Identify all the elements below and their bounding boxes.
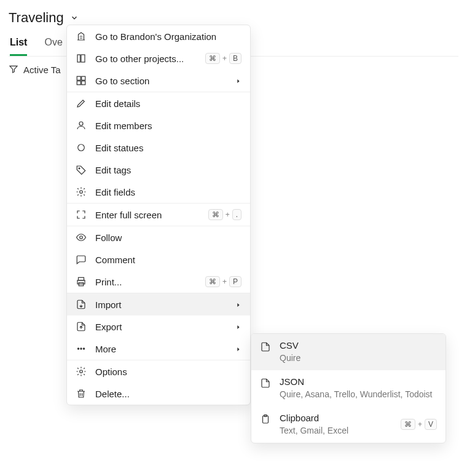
svg-rect-2 <box>77 76 80 80</box>
person-icon <box>76 120 87 131</box>
print-icon <box>76 276 87 287</box>
shortcut: ⌘ + V <box>401 419 437 430</box>
menu-label: Enter full screen <box>95 210 200 220</box>
menu-export[interactable]: Export <box>67 315 250 338</box>
project-dropdown[interactable]: Traveling <box>9 10 79 26</box>
import-clipboard[interactable]: Clipboard Text, Gmail, Excel ⌘ + V <box>251 407 445 443</box>
svg-point-15 <box>80 348 82 349</box>
menu-label: Export <box>95 322 227 332</box>
svg-rect-1 <box>81 55 85 62</box>
menu-edit-statues[interactable]: Edit statues <box>67 137 250 159</box>
menu-more[interactable]: More <box>67 338 250 360</box>
item-sub: Quire, Asana, Trello, Wunderlist, Todois… <box>280 389 437 399</box>
project-name: Traveling <box>9 10 64 26</box>
menu-edit-tags[interactable]: Edit tags <box>67 159 250 181</box>
svg-rect-4 <box>77 81 80 85</box>
item-sub: Text, Gmail, Excel <box>280 426 392 435</box>
menu-label: Comment <box>95 255 241 265</box>
menu-label: Import <box>95 299 227 310</box>
projects-icon <box>76 53 87 64</box>
item-title: CSV <box>280 340 437 351</box>
chevron-right-icon <box>235 299 241 310</box>
menu-label: Delete... <box>95 389 241 399</box>
filter-label: Active Ta <box>23 65 61 75</box>
menu-label: Options <box>95 367 241 377</box>
menu-label: Go to Brandon's Organization <box>95 31 241 42</box>
menu-edit-fields[interactable]: Edit fields <box>67 181 250 203</box>
menu-label: Edit fields <box>95 187 241 197</box>
comment-icon <box>76 254 87 265</box>
menu-print[interactable]: Print... ⌘ + P <box>67 271 250 293</box>
gear-icon <box>76 186 87 197</box>
menu-label: Edit details <box>95 98 241 109</box>
fullscreen-icon <box>76 209 87 220</box>
svg-point-7 <box>78 145 85 151</box>
shortcut: ⌘ + B <box>205 53 241 64</box>
svg-point-10 <box>80 236 83 239</box>
menu-label: Go to section <box>95 76 227 86</box>
menu-label: Edit members <box>95 121 241 131</box>
csv-file-icon <box>260 341 271 352</box>
import-submenu: CSV Quire JSON Quire, Asana, Trello, Wun… <box>251 333 446 443</box>
item-title: Clipboard <box>280 413 392 423</box>
import-json[interactable]: JSON Quire, Asana, Trello, Wunderlist, T… <box>251 370 445 407</box>
more-icon <box>76 343 87 354</box>
chevron-right-icon <box>235 76 241 86</box>
json-file-icon <box>260 378 271 389</box>
chevron-right-icon <box>235 322 241 332</box>
trash-icon <box>76 388 87 399</box>
menu-edit-members[interactable]: Edit members <box>67 114 250 137</box>
svg-rect-5 <box>82 81 85 85</box>
eye-icon <box>76 232 87 243</box>
chevron-right-icon <box>235 344 241 354</box>
svg-point-6 <box>79 122 83 125</box>
project-context-menu: Go to Brandon's Organization Go to other… <box>66 25 251 405</box>
import-csv[interactable]: CSV Quire <box>251 334 445 370</box>
menu-full-screen[interactable]: Enter full screen ⌘ + . <box>67 204 250 226</box>
import-icon <box>76 299 87 310</box>
menu-go-org[interactable]: Go to Brandon's Organization <box>67 25 250 47</box>
export-icon <box>76 321 87 332</box>
menu-edit-details[interactable]: Edit details <box>67 92 250 114</box>
svg-rect-11 <box>79 277 84 280</box>
menu-label: Go to other projects... <box>95 54 197 64</box>
menu-import[interactable]: Import <box>67 293 250 315</box>
menu-label: Print... <box>95 277 197 287</box>
svg-point-8 <box>79 168 80 169</box>
clipboard-icon <box>260 414 271 425</box>
svg-point-14 <box>77 348 79 349</box>
menu-follow[interactable]: Follow <box>67 226 250 248</box>
item-title: JSON <box>280 376 437 387</box>
pencil-icon <box>76 98 87 109</box>
gear-icon <box>76 366 87 377</box>
shortcut: ⌘ + . <box>208 209 241 220</box>
svg-rect-3 <box>82 76 85 80</box>
menu-label: Follow <box>95 232 241 243</box>
filter-icon <box>9 64 18 76</box>
tab-list[interactable]: List <box>10 37 27 56</box>
svg-point-9 <box>80 191 83 194</box>
svg-rect-0 <box>77 55 80 62</box>
menu-options[interactable]: Options <box>67 360 250 383</box>
tab-overview[interactable]: Ove <box>44 37 62 56</box>
menu-go-other-projects[interactable]: Go to other projects... ⌘ + B <box>67 47 250 69</box>
svg-point-16 <box>83 348 84 349</box>
svg-point-17 <box>80 370 83 373</box>
tag-icon <box>76 164 87 175</box>
circle-icon <box>76 142 87 153</box>
chevron-down-icon <box>70 10 79 26</box>
grid-icon <box>76 75 87 86</box>
menu-label: Edit statues <box>95 143 241 153</box>
item-sub: Quire <box>280 353 437 363</box>
menu-delete[interactable]: Delete... <box>67 383 250 405</box>
building-icon <box>76 31 87 42</box>
menu-comment[interactable]: Comment <box>67 248 250 271</box>
menu-label: Edit tags <box>95 165 241 175</box>
shortcut: ⌘ + P <box>205 276 241 287</box>
menu-label: More <box>95 344 227 354</box>
menu-go-section[interactable]: Go to section <box>67 69 250 92</box>
